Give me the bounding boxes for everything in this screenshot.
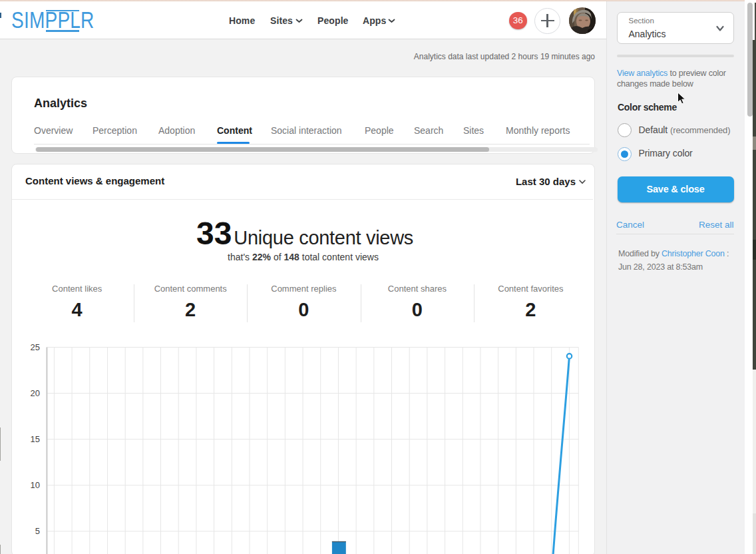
svg-text:25: 25: [31, 342, 40, 352]
svg-text:10: 10: [31, 480, 40, 490]
svg-text:5: 5: [35, 526, 40, 536]
svg-text:15: 15: [31, 434, 40, 444]
svg-text:20: 20: [31, 388, 40, 398]
